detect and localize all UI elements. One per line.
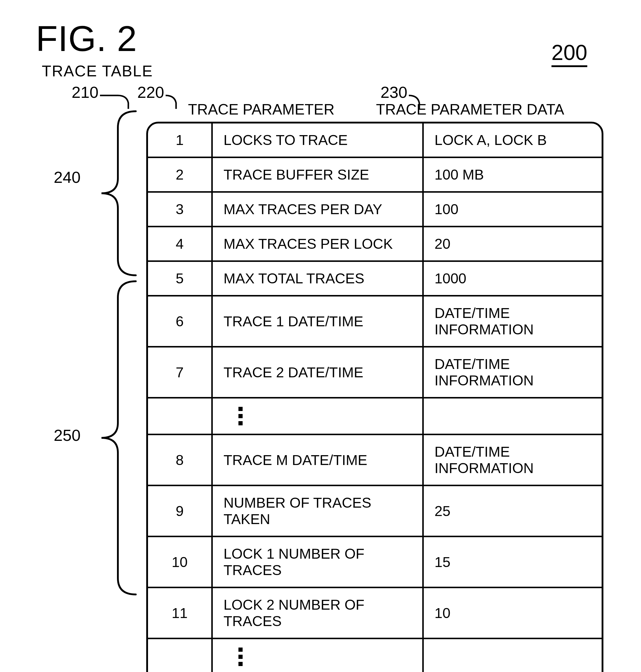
ellipsis-icon [223,647,411,666]
table-row: 2TRACE BUFFER SIZE100 MB [148,157,602,192]
brace-250 [95,280,137,596]
table-row: 6TRACE 1 DATE/TIMEDATE/TIME INFORMATION [148,296,602,347]
trace-parameter-data: 25 [423,486,602,536]
hook-210 [100,86,136,110]
trace-parameter: MAX TRACES PER DAY [212,192,423,227]
hook-230 [409,86,427,110]
row-number [148,639,212,672]
ref-number-240: 240 [54,168,81,186]
table-row: 1LOCKS TO TRACELOCK A, LOCK B [148,124,602,157]
trace-parameter: LOCKS TO TRACE [212,124,423,157]
table-row: 8TRACE M DATE/TIMEDATE/TIME INFORMATION [148,435,602,486]
column-header-parameter: TRACE PARAMETER [188,101,376,118]
table-row [148,398,602,435]
row-number: 11 [148,588,212,639]
brace-240 [95,110,137,277]
table-row: 5MAX TOTAL TRACES1000 [148,261,602,296]
table-row: 7TRACE 2 DATE/TIMEDATE/TIME INFORMATION [148,347,602,398]
table-area: TRACE PARAMETER TRACE PARAMETER DATA 1LO… [146,101,603,672]
trace-parameter-data [423,639,602,672]
row-number: 10 [148,536,212,588]
ref-number-230: 230 [381,83,407,101]
row-number: 1 [148,124,212,157]
trace-parameter-data: 100 MB [423,157,602,192]
trace-parameter: TRACE BUFFER SIZE [212,157,423,192]
figure-title: FIG. 2 [36,18,605,59]
ellipsis-icon [223,407,411,425]
trace-parameter-data [423,398,602,435]
table-row: 3MAX TRACES PER DAY100 [148,192,602,227]
trace-parameter-data: LOCK A, LOCK B [423,124,602,157]
ref-number-220: 220 [137,83,164,101]
figure-subtitle: TRACE TABLE [42,62,605,80]
trace-parameter: TRACE 2 DATE/TIME [212,347,423,398]
trace-parameter: MAX TRACES PER LOCK [212,227,423,261]
ref-number-210: 210 [72,83,98,101]
column-headers-row: TRACE PARAMETER TRACE PARAMETER DATA [146,101,603,118]
trace-parameter-data: 15 [423,536,602,588]
row-number: 4 [148,227,212,261]
ref-number-200: 200 [551,40,587,67]
row-number: 8 [148,435,212,486]
row-number: 9 [148,486,212,536]
table-row: 9NUMBER OF TRACES TAKEN25 [148,486,602,536]
row-number: 3 [148,192,212,227]
trace-parameter-data: 100 [423,192,602,227]
table-row [148,639,602,672]
trace-parameter-data: DATE/TIME INFORMATION [423,296,602,347]
row-number: 2 [148,157,212,192]
trace-parameter-data: 1000 [423,261,602,296]
row-number: 7 [148,347,212,398]
row-number: 6 [148,296,212,347]
trace-parameter: LOCK 1 NUMBER OF TRACES [212,536,423,588]
trace-parameter: TRACE 1 DATE/TIME [212,296,423,347]
trace-parameter-data: 20 [423,227,602,261]
row-number [148,398,212,435]
table-row: 11LOCK 2 NUMBER OF TRACES10 [148,588,602,639]
trace-parameter: NUMBER OF TRACES TAKEN [212,486,423,536]
table-row: 10LOCK 1 NUMBER OF TRACES15 [148,536,602,588]
trace-parameter-data: 10 [423,588,602,639]
trace-parameter-data: DATE/TIME INFORMATION [423,347,602,398]
trace-parameter-data: DATE/TIME INFORMATION [423,435,602,486]
trace-parameter: LOCK 2 NUMBER OF TRACES [212,588,423,639]
trace-parameter: TRACE M DATE/TIME [212,435,423,486]
row-number: 5 [148,261,212,296]
table-row: 4MAX TRACES PER LOCK20 [148,227,602,261]
trace-table: 1LOCKS TO TRACELOCK A, LOCK B2TRACE BUFF… [146,122,603,672]
ref-number-250: 250 [54,426,81,445]
trace-parameter [212,398,423,435]
hook-220 [166,86,183,110]
trace-parameter: MAX TOTAL TRACES [212,261,423,296]
trace-parameter [212,639,423,672]
